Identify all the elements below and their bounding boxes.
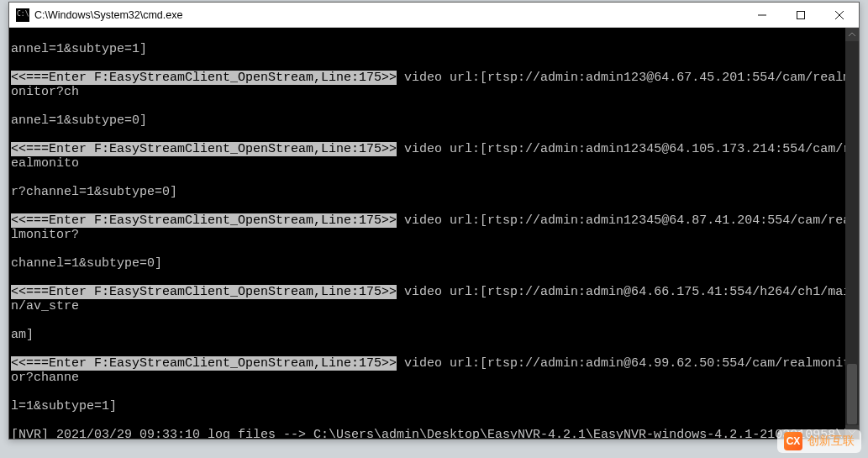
log-line: l=1&subtype=1] xyxy=(11,399,857,413)
watermark-logo: CX xyxy=(784,432,802,450)
log-line: [NVR] 2021/03/29 09:33:10 log files --> … xyxy=(11,428,857,439)
vertical-scrollbar[interactable] xyxy=(845,28,859,439)
log-highlight: <<===Enter F:EasyStreamClient_OpenStream… xyxy=(11,71,397,85)
close-icon xyxy=(835,11,844,19)
close-button[interactable] xyxy=(820,3,859,28)
scroll-thumb[interactable] xyxy=(847,364,857,424)
log-line: <<===Enter F:EasyStreamClient_OpenStream… xyxy=(11,356,857,385)
log-highlight: <<===Enter F:EasyStreamClient_OpenStream… xyxy=(11,356,397,371)
log-line: annel=1&subtype=0] xyxy=(11,113,857,128)
watermark: CX 创新互联 xyxy=(777,429,861,453)
log-line: <<===Enter F:EasyStreamClient_OpenStream… xyxy=(11,285,857,313)
scroll-up-button[interactable] xyxy=(845,28,859,41)
log-line: am] xyxy=(11,328,857,342)
log-line: channel=1&subtype=0] xyxy=(11,256,857,271)
minimize-button[interactable] xyxy=(743,3,781,28)
watermark-text: 创新互联 xyxy=(808,434,855,449)
log-line: <<===Enter F:EasyStreamClient_OpenStream… xyxy=(11,142,857,171)
log-highlight: <<===Enter F:EasyStreamClient_OpenStream… xyxy=(11,142,397,156)
maximize-button[interactable] xyxy=(781,3,820,28)
minimize-icon xyxy=(758,11,766,19)
log-line: r?channel=1&subtype=0] xyxy=(11,185,857,199)
log-highlight: <<===Enter F:EasyStreamClient_OpenStream… xyxy=(11,213,397,228)
log-line: <<===Enter F:EasyStreamClient_OpenStream… xyxy=(11,213,857,242)
svg-rect-1 xyxy=(797,11,805,18)
log-line: annel=1&subtype=1] xyxy=(11,42,857,56)
cmd-icon xyxy=(16,8,29,22)
log-line: <<===Enter F:EasyStreamClient_OpenStream… xyxy=(11,71,857,99)
log-highlight: <<===Enter F:EasyStreamClient_OpenStream… xyxy=(11,285,397,299)
terminal-output[interactable]: annel=1&subtype=1] <<===Enter F:EasyStre… xyxy=(9,28,859,439)
cmd-window: C:\Windows\System32\cmd.exe annel=1&subt… xyxy=(8,2,860,440)
maximize-icon xyxy=(797,11,805,19)
chevron-up-icon xyxy=(849,31,855,38)
window-title: C:\Windows\System32\cmd.exe xyxy=(34,9,182,21)
titlebar[interactable]: C:\Windows\System32\cmd.exe xyxy=(9,3,859,28)
